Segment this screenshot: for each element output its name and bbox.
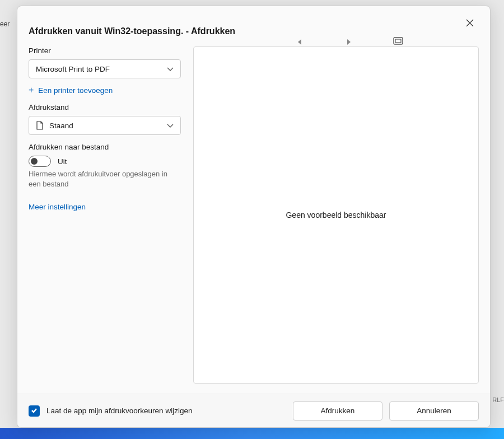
printer-label: Printer	[29, 46, 181, 55]
taskbar	[0, 428, 504, 439]
allow-app-prefs-label: Laat de app mijn afdrukvoorkeuren wijzig…	[46, 407, 192, 415]
dialog-footer: Laat de app mijn afdrukvoorkeuren wijzig…	[17, 394, 490, 427]
close-icon	[466, 19, 474, 29]
cancel-button[interactable]: Annuleren	[389, 401, 479, 421]
preview-prev-button[interactable]	[292, 34, 307, 50]
fit-screen-icon	[393, 37, 403, 47]
add-printer-label: Een printer toevoegen	[38, 86, 113, 95]
preview-nav	[292, 34, 406, 50]
orientation-value: Staand	[49, 122, 73, 130]
chevron-down-icon	[167, 65, 174, 73]
orientation-section: Afdrukstand Staand	[29, 103, 181, 135]
preview-area: Geen voorbeeld beschikbaar	[193, 46, 479, 384]
checkmark-icon	[31, 406, 38, 416]
preview-fit-button[interactable]	[390, 34, 406, 50]
printer-select[interactable]: Microsoft Print to PDF	[29, 59, 181, 78]
svg-marker-3	[347, 39, 351, 45]
svg-rect-5	[395, 39, 401, 43]
print-to-file-helper: Hiermee wordt afdrukuitvoer opgeslagen i…	[29, 169, 181, 189]
preview-empty-text: Geen voorbeeld beschikbaar	[286, 211, 386, 220]
preview-next-button[interactable]	[341, 34, 357, 50]
more-settings-link[interactable]: Meer instellingen	[29, 203, 181, 211]
triangle-left-icon	[297, 37, 302, 47]
print-to-file-toggle[interactable]	[29, 156, 51, 167]
print-to-file-section: Afdrukken naar bestand Uit Hiermee wordt…	[29, 143, 181, 189]
orientation-label: Afdrukstand	[29, 103, 181, 111]
allow-app-prefs-checkbox[interactable]	[29, 405, 40, 417]
plus-icon: +	[29, 85, 34, 95]
printer-select-value: Microsoft Print to PDF	[36, 65, 110, 73]
add-printer-link[interactable]: + Een printer toevoegen	[29, 85, 181, 95]
close-button[interactable]	[461, 15, 479, 33]
toggle-knob	[31, 158, 38, 165]
chevron-down-icon	[167, 122, 174, 130]
print-dialog: Afdrukken vanuit Win32-toepassing. - Afd…	[17, 6, 491, 428]
print-to-file-label: Afdrukken naar bestand	[29, 143, 181, 151]
dialog-body: Printer Microsoft Print to PDF + Een pri…	[17, 42, 490, 394]
orientation-select[interactable]: Staand	[29, 116, 181, 135]
svg-marker-2	[298, 39, 301, 45]
triangle-right-icon	[347, 37, 351, 47]
settings-panel: Printer Microsoft Print to PDF + Een pri…	[29, 46, 181, 384]
printer-section: Printer Microsoft Print to PDF + Een pri…	[29, 46, 181, 95]
background-text-left: eer	[0, 20, 10, 28]
dialog-header: Afdrukken vanuit Win32-toepassing. - Afd…	[17, 6, 490, 42]
portrait-page-icon	[36, 121, 44, 130]
dialog-title: Afdrukken vanuit Win32-toepassing. - Afd…	[29, 26, 479, 36]
background-text-right: RLF	[492, 396, 504, 403]
print-button[interactable]: Afdrukken	[293, 401, 382, 421]
print-to-file-state: Uit	[58, 157, 67, 166]
